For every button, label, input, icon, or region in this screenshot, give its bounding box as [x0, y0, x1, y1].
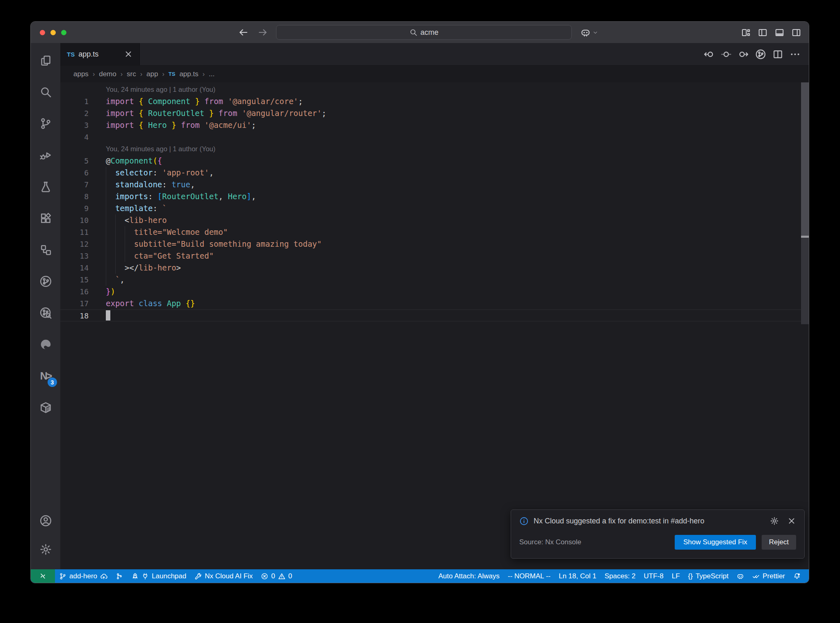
toggle-panel-icon[interactable] [774, 27, 785, 38]
close-tab-icon[interactable] [124, 50, 133, 59]
accounts-icon [39, 514, 52, 527]
vscode-window: acme N>3 TS app.ts [30, 21, 809, 583]
status-formatter[interactable]: Prettier [748, 569, 789, 583]
gitlens-icon [39, 275, 52, 288]
code-line: 5@Component({ [60, 155, 809, 167]
wrench-icon [194, 573, 202, 580]
status-encoding[interactable]: UTF-8 [640, 569, 668, 583]
activity-item-nx-console[interactable]: N>3 [31, 360, 60, 392]
remote-indicator-button[interactable] [31, 569, 55, 583]
gitlens-next-change-icon[interactable] [738, 49, 749, 60]
search-icon [409, 28, 418, 36]
indent-guide [115, 214, 116, 226]
tab-app-ts[interactable]: TS app.ts [60, 43, 140, 65]
indent-guide [106, 238, 106, 250]
breadcrumb-item-demo[interactable]: demo [99, 70, 116, 78]
title-bar: acme [31, 22, 809, 43]
status-copilot-status[interactable] [733, 569, 748, 583]
status-launchpad[interactable]: Launchpad [127, 569, 190, 583]
more-actions-icon[interactable] [790, 49, 801, 60]
activity-item-gitlens-inspect[interactable] [31, 297, 60, 329]
indent-guide [106, 214, 106, 226]
status-language-mode[interactable]: {}TypeScript [684, 569, 733, 583]
minimize-window-button[interactable] [50, 30, 56, 35]
status-notifications-bell[interactable] [789, 569, 805, 583]
line-number: 15 [60, 274, 89, 286]
status-problems[interactable]: 00 [257, 569, 296, 583]
activity-item-accounts[interactable] [31, 506, 60, 535]
activity-item-gitlens[interactable] [31, 266, 60, 297]
activity-item-extensions[interactable] [31, 202, 60, 234]
explorer-icon [39, 54, 52, 67]
activity-item-testing[interactable] [31, 171, 60, 202]
indent-guide [106, 274, 106, 286]
indent-guide [106, 226, 106, 238]
breadcrumb-item-app[interactable]: app [146, 70, 158, 78]
scrollbar-thumb[interactable] [801, 82, 809, 236]
activity-item-explorer[interactable] [31, 45, 60, 76]
zoom-window-button[interactable] [61, 30, 66, 35]
breadcrumb-item-apps[interactable]: apps [73, 70, 89, 78]
close-window-button[interactable] [40, 30, 45, 35]
line-number: 7 [60, 179, 89, 191]
status-source-control-graph[interactable] [112, 569, 127, 583]
line-number: 9 [60, 202, 89, 214]
gitlens-prev-change-icon[interactable] [703, 49, 714, 60]
graph-icon [116, 573, 123, 580]
breadcrumb-item-file[interactable]: app.ts [179, 70, 198, 78]
indent-guide [115, 238, 116, 250]
navigate-forward-icon[interactable] [258, 27, 268, 38]
status-branch-indicator[interactable]: add-hero [55, 569, 112, 583]
status-vim-mode[interactable]: -- NORMAL -- [504, 569, 555, 583]
indent-guide [106, 191, 106, 202]
activity-item-project-graph[interactable] [31, 234, 60, 266]
activity-item-edge-devtools[interactable] [31, 329, 60, 360]
status-cursor-position[interactable]: Ln 18, Col 1 [555, 569, 600, 583]
info-icon [519, 516, 529, 526]
command-center-search[interactable]: acme [276, 25, 572, 40]
show-suggested-fix-button[interactable]: Show Suggested Fix [675, 535, 756, 550]
reject-button[interactable]: Reject [762, 535, 796, 550]
git-branch-icon [59, 573, 66, 580]
copilot-menu[interactable] [580, 27, 598, 38]
notification-close-icon[interactable] [787, 516, 796, 525]
status-auto-attach[interactable]: Auto Attach: Always [434, 569, 504, 583]
notification-settings-icon[interactable] [770, 516, 779, 525]
breadcrumb: apps›demo›src›app›TSapp.ts›... [60, 66, 809, 82]
typescript-file-icon: TS [169, 71, 176, 77]
breadcrumb-item-src[interactable]: src [127, 70, 136, 78]
code-line: 13 cta="Get Started" [60, 250, 809, 262]
activity-item-search[interactable] [31, 76, 60, 108]
gitlens-inspect-icon [39, 307, 52, 319]
search-icon [39, 86, 52, 98]
traffic-lights [31, 30, 66, 35]
status-eol[interactable]: LF [668, 569, 684, 583]
indent-guide [106, 250, 106, 262]
activity-item-containers[interactable] [31, 392, 60, 423]
navigate-back-icon[interactable] [238, 27, 249, 38]
source-control-icon [39, 117, 52, 130]
split-editor-icon[interactable] [772, 49, 783, 60]
gitlens-annotations-icon[interactable] [721, 49, 732, 60]
indent-guide [125, 250, 125, 262]
activity-item-source-control[interactable] [31, 108, 60, 139]
breadcrumb-more[interactable]: ... [209, 70, 215, 78]
activity-item-run-debug[interactable] [31, 139, 60, 171]
code-line: 7 standalone: true, [60, 179, 809, 191]
status-indentation[interactable]: Spaces: 2 [600, 569, 640, 583]
line-number: 13 [60, 250, 89, 262]
editor-scrollbar[interactable] [801, 82, 809, 569]
activity-item-settings[interactable] [31, 535, 60, 564]
breadcrumb-separator: › [140, 70, 142, 78]
status-nx-cloud-ai-fix[interactable]: Nx Cloud AI Fix [190, 569, 257, 583]
toggle-secondary-sidebar-icon[interactable] [791, 27, 801, 38]
customize-layout-icon[interactable] [741, 27, 751, 38]
code-line: 15 `, [60, 274, 809, 286]
code-editor[interactable]: You, 24 minutes ago | 1 author (You)1imp… [60, 82, 809, 569]
line-number: 16 [60, 286, 89, 298]
line-number: 6 [60, 167, 89, 179]
code-line: 10 <lib-hero [60, 214, 809, 226]
toggle-primary-sidebar-icon[interactable] [758, 27, 768, 38]
gitlens-graph-icon[interactable] [755, 49, 766, 60]
breadcrumb-separator: › [162, 70, 164, 78]
